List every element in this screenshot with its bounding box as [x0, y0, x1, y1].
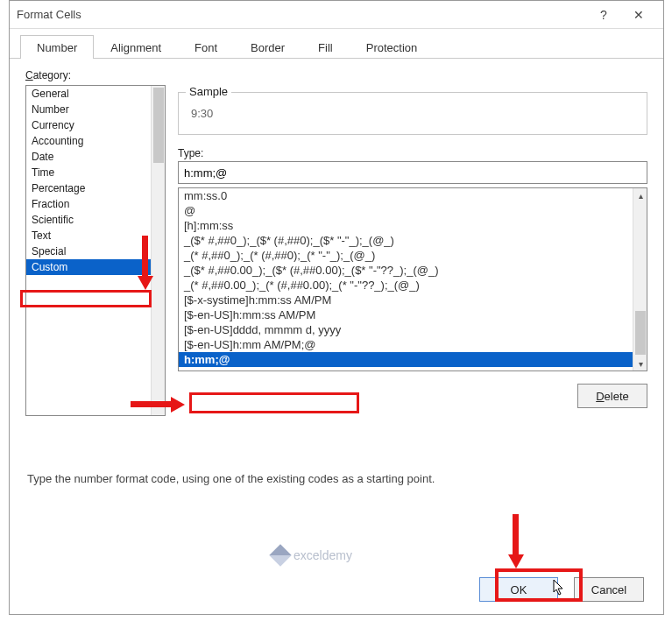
- dialog-body: Category: General Number Currency Accoun…: [10, 59, 663, 416]
- watermark-text: exceldemy: [294, 548, 352, 562]
- category-label: Category:: [25, 69, 647, 81]
- format-cells-dialog: Format Cells ? ✕ Number Alignment Font B…: [9, 0, 664, 615]
- list-item[interactable]: @: [179, 203, 647, 218]
- list-item[interactable]: Percentage: [26, 180, 165, 196]
- scroll-thumb[interactable]: [153, 88, 164, 163]
- dialog-footer: OK Cancel: [479, 577, 644, 602]
- tab-number[interactable]: Number: [20, 35, 94, 59]
- tab-strip: Number Alignment Font Border Fill Protec…: [10, 29, 663, 59]
- tab-fill[interactable]: Fill: [301, 35, 350, 59]
- list-item[interactable]: Date: [26, 149, 165, 165]
- scrollbar[interactable]: [151, 86, 165, 415]
- hint-text: Type the number format code, using one o…: [27, 472, 435, 485]
- close-icon[interactable]: ✕: [621, 3, 656, 27]
- list-item[interactable]: _(* #,##0_);_(* (#,##0);_(* "-"_);_(@_): [179, 248, 647, 263]
- list-item[interactable]: Text: [26, 228, 165, 243]
- category-listbox[interactable]: General Number Currency Accounting Date …: [25, 85, 166, 416]
- list-item[interactable]: _($* #,##0.00_);_($* (#,##0.00);_($* "-"…: [179, 263, 647, 278]
- list-item[interactable]: _($* #,##0_);_($* (#,##0);_($* "-"_);_(@…: [179, 233, 647, 248]
- list-item[interactable]: [$-en-US]h:mm AM/PM;@: [179, 337, 647, 352]
- list-item[interactable]: General: [26, 86, 165, 102]
- list-item[interactable]: Currency: [26, 117, 165, 133]
- list-item[interactable]: [h]:mm:ss: [179, 218, 647, 233]
- sample-label: Sample: [186, 85, 231, 98]
- right-panel: Sample 9:30 Type: mm:ss.0 @ [h]:mm:ss _(…: [178, 85, 647, 416]
- type-label: Type:: [178, 147, 647, 159]
- scroll-up-icon[interactable]: ▴: [633, 188, 647, 202]
- format-listbox[interactable]: mm:ss.0 @ [h]:mm:ss _($* #,##0_);_($* (#…: [178, 187, 647, 371]
- list-item[interactable]: Number: [26, 102, 165, 117]
- list-item[interactable]: mm:ss.0: [179, 188, 647, 203]
- list-item[interactable]: _(* #,##0.00_);_(* (#,##0.00);_(* "-"??_…: [179, 278, 647, 293]
- scroll-down-icon[interactable]: ▾: [633, 356, 647, 370]
- tab-protection[interactable]: Protection: [350, 35, 435, 59]
- delete-row: Delete: [178, 384, 647, 408]
- main-row: General Number Currency Accounting Date …: [25, 85, 647, 416]
- list-item-selected[interactable]: h:mm;@: [179, 352, 647, 367]
- list-item[interactable]: Special: [26, 243, 165, 259]
- tab-alignment[interactable]: Alignment: [94, 35, 178, 59]
- list-item[interactable]: [$-en-US]h:mm:ss AM/PM: [179, 307, 647, 322]
- list-item[interactable]: [$-en-US]dddd, mmmm d, yyyy: [179, 322, 647, 337]
- dialog-title: Format Cells: [17, 8, 586, 21]
- tab-border[interactable]: Border: [234, 35, 301, 59]
- list-item[interactable]: Scientific: [26, 212, 165, 228]
- list-item[interactable]: Fraction: [26, 196, 165, 212]
- sample-value: 9:30: [189, 102, 638, 125]
- titlebar: Format Cells ? ✕: [10, 1, 663, 29]
- tab-font[interactable]: Font: [178, 35, 234, 59]
- list-item[interactable]: [$-x-systime]h:mm:ss AM/PM: [179, 293, 647, 307]
- delete-button[interactable]: Delete: [577, 384, 647, 408]
- scrollbar[interactable]: ▴ ▾: [633, 188, 647, 370]
- ok-button[interactable]: OK: [479, 577, 558, 602]
- list-item[interactable]: Accounting: [26, 133, 165, 149]
- list-item-custom[interactable]: Custom: [26, 259, 165, 275]
- watermark: exceldemy: [272, 547, 352, 563]
- list-item[interactable]: Time: [26, 165, 165, 180]
- sample-group: Sample 9:30: [178, 92, 647, 135]
- watermark-logo-icon: [269, 544, 291, 566]
- help-icon[interactable]: ?: [586, 3, 621, 27]
- type-input[interactable]: [178, 161, 647, 184]
- scroll-thumb[interactable]: [635, 311, 646, 355]
- cancel-button[interactable]: Cancel: [574, 577, 644, 602]
